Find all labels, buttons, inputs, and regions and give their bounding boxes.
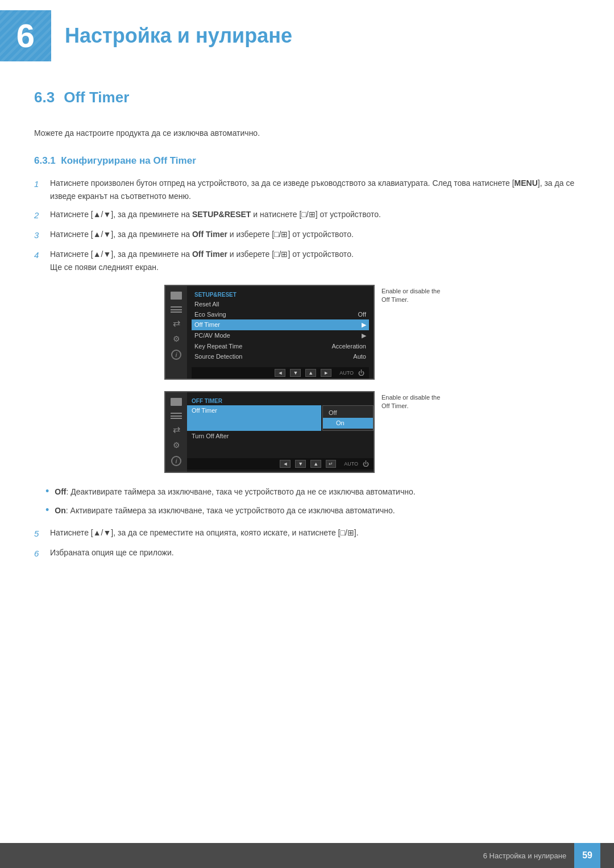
screen1-bottom-bar: ◄ ▼ ▲ ► AUTO ⏻ [192,367,369,379]
icon-input: ⇄ [173,319,180,328]
icon-display [171,292,182,300]
step-3: 3 Натиснете [▲/▼], за да преминете на Of… [34,228,580,242]
btn2-up: ▲ [310,460,321,468]
screen1-menu: SETUP&RESET Reset All Eco SavingOff Off … [187,286,374,379]
screen1: ⇄ ⚙ i SETUP&RESET Reset All Eco SavingOf… [164,285,375,380]
power-icon: ⏻ [358,369,364,376]
subsection-heading: 6.3.1 Конфигуриране на Off Timer [34,155,580,167]
screen1-menu-title: SETUP&RESET [192,289,369,299]
submenu-off: Off [323,408,373,418]
btn2-enter: ↵ [326,460,336,468]
icon-info: i [171,350,181,360]
screen2-menu: Off Timer Off Timer Off ✔ On [187,392,374,472]
menu-item-off-timer2: Off Timer [187,405,321,431]
submenu-on: ✔ On [323,418,373,429]
btn2-left: ◄ [280,460,291,468]
footer-page: 59 [574,843,600,868]
screen1-wrapper: ⇄ ⚙ i SETUP&RESET Reset All Eco SavingOf… [164,285,450,380]
steps-continued-list: 5 Натиснете [▲/▼], за да се преместите н… [34,526,580,560]
page-header: 6 Настройка и нулиране [0,0,614,72]
icon-input2: ⇄ [173,425,180,434]
bullet-off: • Off: Деактивирате таймера за изключван… [45,485,580,499]
screen2-off-timer-row: Off Timer Off ✔ On [187,405,374,431]
steps-list: 1 Натиснете произволен бутон отпред на у… [34,177,580,273]
btn2-down: ▼ [295,460,306,468]
step-6: 6 Избраната опция ще се приложи. [34,546,580,560]
screen2-bottom-bar: ◄ ▼ ▲ ↵ AUTO ⏻ [187,458,374,470]
menu-item-eco-saving: Eco SavingOff [192,309,369,319]
auto-label2: AUTO [344,461,358,467]
menu-item-key-repeat: Key Repeat TimeAcceleration [192,341,369,351]
screen2-submenu: Off ✔ On [322,405,374,431]
btn-right: ► [321,369,331,377]
icon-info2: i [171,456,181,466]
section-number: 6.3 [34,89,55,106]
main-content: 6.3 Off Timer Можете да настроите продук… [0,72,614,617]
icon-gear: ⚙ [171,335,182,343]
screens-container: ⇄ ⚙ i SETUP&RESET Reset All Eco SavingOf… [34,285,580,473]
menu-item-off-timer: Off Timer▶ [192,319,369,330]
auto-label: AUTO [339,370,354,376]
section-intro: Можете да настроите продукта да се изклю… [34,127,580,139]
step-5: 5 Натиснете [▲/▼], за да се преместите н… [34,526,580,541]
icon-gear2: ⚙ [171,441,182,449]
screen1-sidebar: ⇄ ⚙ i [165,286,187,379]
icon-menu [171,306,182,312]
menu-item-source: Source DetectionAuto [192,351,369,362]
icon-display2 [171,398,182,406]
checkmark-icon: ✔ [329,420,334,427]
section-title: Off Timer [64,89,129,106]
screen2-sidebar: ⇄ ⚙ i [165,392,187,472]
step-1: 1 Натиснете произволен бутон отпред на у… [34,177,580,202]
bullet-list: • Off: Деактивирате таймера за изключван… [45,485,580,517]
icon-menu2 [171,413,182,418]
screen1-help: Enable or disable the Off Timer. [381,285,450,305]
page-footer: 6 Настройка и нулиране 59 [0,843,614,868]
power-icon2: ⏻ [363,460,369,467]
btn-left: ◄ [275,369,285,377]
menu-item-turn-off-after: Turn Off After [187,431,374,441]
btn-down: ▼ [290,369,301,377]
chapter-number: 6 [16,19,35,52]
footer-text: 6 Настройка и нулиране [483,852,566,860]
chapter-title: Настройка и нулиране [65,24,292,48]
menu-item-pcav: PC/AV Mode▶ [192,330,369,341]
screen2-help: Enable or disable the Off Timer. [381,391,450,411]
btn-up: ▲ [305,369,316,377]
step-4: 4 Натиснете [▲/▼], за да преминете на Of… [34,248,580,273]
step-2: 2 Натиснете [▲/▼], за да преминете на SE… [34,208,580,222]
screen2-wrapper: ⇄ ⚙ i Off Timer Off Timer Off [164,391,450,473]
bullet-on: • On: Активирате таймера за изключване, … [45,504,580,517]
chapter-badge: 6 [0,10,51,61]
menu-item-reset-all: Reset All [192,299,369,309]
screen2: ⇄ ⚙ i Off Timer Off Timer Off [164,391,375,473]
screen2-menu-title: Off Timer [187,396,374,405]
